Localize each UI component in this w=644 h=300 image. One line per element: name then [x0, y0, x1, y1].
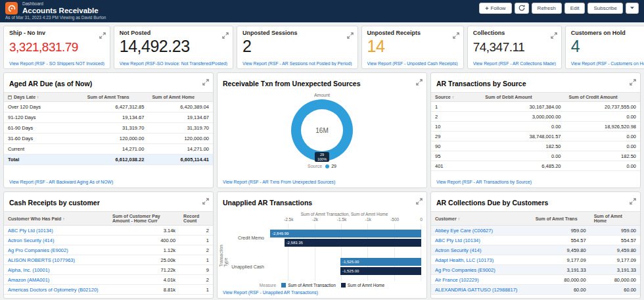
table-cell: ABC Pty Ltd (10134) [4, 226, 108, 236]
table-cell: 3,191.33 [532, 265, 590, 275]
table-row: Ag Pro Companies (E9002)1.12k2 [4, 245, 213, 255]
view-report-link[interactable]: View Report (RSF - AR Collections Made) [473, 61, 556, 66]
legend-item[interactable]: Sum of Amnt Home [341, 283, 384, 288]
table-row: Air France (102229)80,000.0080,000.00 [431, 275, 640, 285]
row-link[interactable]: Amazon (AMA001) [8, 277, 49, 283]
view-report-link[interactable]: View Report (RSF - AR Sessions not Poste… [242, 61, 352, 66]
refresh-button[interactable]: Refresh [532, 3, 562, 14]
table-total-row: Total6,612,038.226,605,114.41 [4, 155, 213, 165]
donut-chart[interactable]: 16M 29 100% [291, 99, 353, 161]
row-link[interactable]: Adapt Health, LLC (10173) [435, 257, 494, 263]
row-link[interactable]: Abbey Eye Care (C00627) [435, 228, 493, 234]
column-header-amnt-trans[interactable]: Sum of Amnt Trans [532, 212, 590, 226]
column-header-credit[interactable]: Sum of Credit Amount [565, 93, 641, 102]
column-header-days-late[interactable]: Days Late [4, 93, 83, 102]
table-row: 4016,485.200.00 [431, 161, 640, 171]
panel-title: Cash Receipts by customer [9, 199, 100, 207]
row-link[interactable]: Actron Security (414) [435, 247, 481, 253]
table-cell: Over 120 Days [4, 102, 83, 113]
table-cell: 6,427,312.85 [83, 102, 149, 113]
legend-label: Sum of Amnt Home [348, 283, 384, 288]
table-cell: 959.00 [532, 226, 590, 236]
column-header-amnt-trans[interactable]: Sum of Amnt Trans [83, 93, 149, 102]
row-link[interactable]: ALEXANDRIA GATTUSO (12988817) [435, 287, 517, 293]
table-cell: Abbey Eye Care (C00627) [431, 226, 532, 236]
table-row: 2938,748,001.570.00 [431, 132, 640, 141]
table-row: Ag Pro Companies (E9002)3,191.333,191.33 [431, 265, 640, 275]
view-report-link[interactable]: View Report (RSF - Unposted Cash Receipt… [367, 61, 458, 66]
view-report-link[interactable]: View Report (RSF - AR Forward Aging As o… [431, 295, 640, 299]
column-header-record-count[interactable]: Record Count [179, 212, 213, 226]
expand-icon[interactable] [202, 76, 209, 83]
kpi-card-unposted-sessions: Unposted Sessions 2 View Report (RSF - A… [237, 26, 357, 69]
table-row: 100.0018,926,520.98 [431, 122, 640, 132]
row-link[interactable]: ABC Pty Ltd (10134) [435, 238, 480, 243]
expand-icon[interactable] [222, 30, 229, 36]
legend-item[interactable]: 29 [325, 164, 336, 168]
panel-title: AR Collections Due by Customers [436, 199, 548, 207]
bar-value-label: -1,525.00 [342, 269, 359, 273]
column-header-customer-paid[interactable]: Customer Who Has Paid [4, 212, 108, 226]
column-header-amnt-home[interactable]: Sum of Amnt Home [148, 93, 213, 102]
x-tick-label: 0 [420, 217, 423, 222]
as-of-subtitle: As of Mar 31, 2023 4:23 PM Viewing as Da… [5, 15, 639, 20]
bar-credit-memo-series2[interactable]: -2,583.35 [285, 239, 421, 247]
more-actions-button[interactable] [626, 3, 639, 14]
subscribe-button[interactable]: Subscribe [587, 3, 623, 14]
table-cell: 2 [179, 226, 213, 236]
follow-button[interactable]: + Follow [479, 3, 511, 14]
bar-credit-memo-series1[interactable]: -2,849.99 [270, 230, 421, 238]
table-cell: 29 [431, 132, 481, 141]
row-link[interactable]: Ag Pro Companies (E9002) [8, 247, 68, 253]
row-link[interactable]: ABC Pty Ltd (10134) [8, 228, 53, 234]
expand-icon[interactable] [630, 195, 636, 202]
reload-icon-button[interactable] [515, 3, 529, 14]
table-cell: 0.00 [565, 161, 641, 171]
table-row: 61-90 Days31,319.7031,319.70 [4, 123, 213, 134]
view-report-link[interactable]: View Report (RSF - Unapplied AR Transact… [218, 288, 426, 298]
bar-value-label: -2,583.35 [287, 241, 303, 245]
legend-item[interactable]: Sum of Amnt Transaction [281, 283, 336, 288]
expand-icon[interactable] [551, 30, 557, 36]
view-report-link[interactable]: View Report (RSF - Customers on Hold) [571, 61, 644, 66]
table-cell: 30,167,384.00 [481, 102, 564, 112]
view-report-link[interactable]: View Report (RSF - AR Txns From Unexpect… [218, 177, 426, 188]
column-header-debit[interactable]: Sum of Debit Amount [481, 93, 564, 102]
expand-icon[interactable] [347, 30, 354, 36]
table-cell: ALEXANDRIA GATTUSO (12988817) [431, 285, 532, 295]
row-link[interactable]: Ag Pro Companies (E9002) [435, 267, 495, 273]
table-cell: 0.00 [565, 141, 641, 151]
expand-icon[interactable] [416, 195, 423, 202]
row-link[interactable]: Air France (102229) [435, 277, 479, 283]
row-link[interactable]: Actron Security (414) [8, 238, 54, 243]
view-report-link[interactable]: View Report (RSF - AR Transactions by So… [431, 177, 640, 188]
view-report-link[interactable]: View Report (RSF - AR Backward Aging As … [4, 177, 213, 188]
table-row: Actron Security (414)400.001 [4, 236, 213, 245]
expand-icon[interactable] [99, 30, 106, 36]
expand-icon[interactable] [630, 76, 636, 83]
bar-unapplied-cash-series1[interactable]: -1,525.00 [340, 258, 421, 266]
edit-button[interactable]: Edit [564, 3, 586, 14]
view-report-link[interactable]: View Report (Cash Receipts by customer) [4, 295, 213, 299]
plus-icon: + [485, 5, 488, 12]
bar-unapplied-cash-series2[interactable]: -1,525.00 [340, 267, 421, 275]
view-report-link[interactable]: View Report (RSF - SO Shippers NOT Invoi… [9, 61, 104, 66]
column-header-source[interactable]: Source [431, 93, 481, 102]
row-link[interactable]: Americas Doctors of Optometry (B02120) [8, 287, 99, 293]
kpi-value: 3,321,831.79 [9, 40, 104, 55]
table-cell: 400.00 [108, 236, 179, 245]
row-link[interactable]: ALISON ROBERTS (1077963) [8, 257, 75, 263]
view-report-link[interactable]: View Report (RSF-SO Invoice: Not Transfe… [120, 61, 227, 66]
row-link[interactable]: Alpha, Inc. (10001) [8, 267, 49, 273]
expand-icon[interactable] [416, 76, 423, 83]
table-cell: 1 [179, 255, 213, 265]
table-cell: Ag Pro Companies (E9002) [4, 245, 108, 255]
column-header-customer[interactable]: Customer [431, 212, 532, 226]
kpi-value: 2 [242, 37, 352, 56]
table-cell: 0.00 [565, 132, 641, 141]
column-header-pay-amount[interactable]: Sum of Customer Pay Amount - Home Curr [108, 212, 179, 226]
expand-icon[interactable] [202, 195, 209, 202]
expand-icon[interactable] [453, 30, 459, 36]
x-tick-label: -1.5k [337, 217, 346, 222]
column-header-amnt-home[interactable]: Sum of Amnt Home [590, 212, 640, 226]
